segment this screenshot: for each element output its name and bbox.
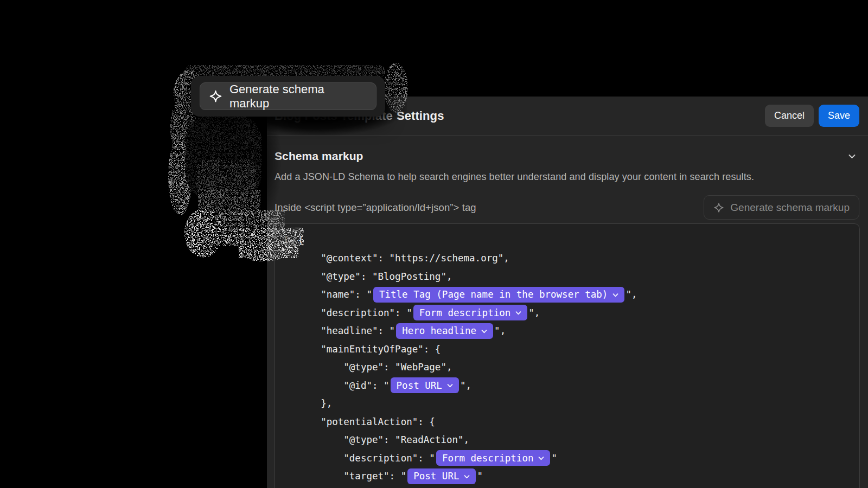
generate-schema-markup-tooltip-button[interactable]: Generate schema markup [200,82,376,110]
generate-schema-markup-button[interactable]: Generate schema markup [704,195,859,220]
code-text: "potentialAction": { [298,416,435,427]
page-title-settings: Settings [397,109,444,123]
generate-button-label: Generate schema markup [730,202,850,214]
code-text: "mainEntityOfPage": { [298,344,441,355]
tooltip-label: Generate schema markup [229,82,367,111]
token-label: Form description [442,453,534,464]
code-text: "@id": " [298,380,390,391]
code-line: "headline": "Hero headline", [298,322,859,341]
code-text: }, [298,398,332,409]
code-lines: { "@context": "https://schema.org", "@ty… [275,224,859,485]
script-tag-label: Inside <script type=”application/ld+json… [275,202,476,214]
chevron-down-icon [538,457,544,460]
chevron-down-icon [464,475,470,479]
variable-token-dropdown[interactable]: Post URL [407,468,476,484]
variable-token-dropdown[interactable]: Title Tag (Page name in the browser tab) [373,287,624,303]
code-text: "@type": "BlogPosting", [298,271,452,282]
code-text: " [477,471,483,481]
generate-schema-tooltip: Generate schema markup [191,76,385,117]
code-text: ", [626,289,637,300]
code-text: "description": " [298,453,435,464]
variable-token-dropdown[interactable]: Post URL [391,377,459,393]
code-text: " [551,453,557,464]
code-text: "headline": " [298,325,395,336]
cancel-button[interactable]: Cancel [765,105,814,127]
variable-token-dropdown[interactable]: Hero headline [396,323,493,339]
variable-token-dropdown[interactable]: Form description [436,450,551,466]
code-line: "@context": "https://schema.org", [298,249,859,268]
code-line: "description": "Form description" [298,449,859,467]
code-text: "@type": "WebPage", [298,362,452,373]
code-line: "description": "Form description", [298,304,859,322]
schema-code-editor[interactable]: 1 { "@context": "https://schema.org", "@… [275,223,860,488]
token-label: Post URL [413,471,459,481]
token-label: Hero headline [402,325,476,336]
chevron-down-icon [515,311,521,315]
code-line: }, [298,395,859,413]
variable-token-dropdown[interactable]: Form description [413,305,528,320]
code-text: "description": " [298,307,412,318]
code-text: "@context": "https://schema.org", [298,253,509,264]
code-line: "name": "Title Tag (Page name in the bro… [298,286,859,304]
chevron-down-icon [481,330,487,333]
code-text: ", [494,325,506,336]
token-label: Title Tag (Page name in the browser tab) [379,289,608,300]
code-line: "mainEntityOfPage": { [298,340,859,358]
code-text: ", [528,307,540,318]
code-text: "@type": "ReadAction", [298,434,469,445]
code-text: ", [460,380,471,391]
code-line: "@type": "ReadAction", [298,431,859,450]
header-actions: Cancel Save [765,105,859,127]
sparkle-icon [209,89,222,103]
token-label: Form description [419,307,511,318]
chevron-down-icon [447,384,453,388]
code-text: "target": " [298,471,406,481]
chevron-down-icon[interactable] [847,151,857,162]
code-line: "potentialAction": { [298,413,859,431]
section-title: Schema markup [275,150,363,163]
section-description: Add a JSON-LD Schema to help search engi… [275,171,859,183]
save-button[interactable]: Save [819,105,859,127]
code-line: "@type": "WebPage", [298,358,859,377]
chevron-down-icon [612,293,618,297]
code-line: "@id": "Post URL", [298,376,859,395]
code-text: "name": " [298,289,372,300]
code-text: { [298,235,304,246]
sparkle-icon [713,202,724,213]
schema-markup-section: Schema markup Add a JSON-LD Schema to he… [267,150,868,220]
code-line: "target": "Post URL" [298,467,859,486]
code-line: { [298,231,859,249]
template-settings-panel: Blog Posts TemplateSettings Cancel Save … [267,97,868,488]
token-label: Post URL [397,380,442,391]
line-number: 1 [283,231,295,249]
code-line: "@type": "BlogPosting", [298,267,859,286]
